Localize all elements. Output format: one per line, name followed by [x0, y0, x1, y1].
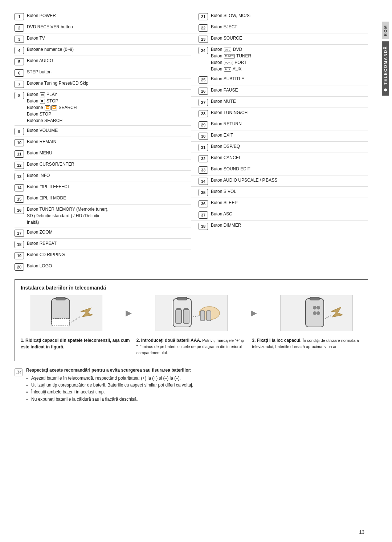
item-number: 9 [15, 128, 24, 135]
item-text: Buton DIMMER [211, 222, 365, 228]
item-text: Buton REMAIN [27, 138, 188, 145]
item-text: Buton SLOW, MO/ST [211, 12, 365, 19]
item-number: 38 [199, 223, 208, 230]
item-text: Buton SLEEP [211, 199, 365, 206]
list-item: 5Buton AUDIO [15, 56, 191, 67]
item-text: Buton AUDIO UPSCALE / P.BASS [211, 177, 365, 183]
item-number: 19 [15, 252, 24, 259]
note-content: Respectați aceste recomandări pentru a e… [26, 368, 368, 403]
right-column: 21Buton SLOW, MO/ST22Buton EJECT23Buton … [191, 11, 368, 272]
item-text: Buton SOUND EDIT [211, 166, 365, 172]
list-item: 35Buton S.VOL [191, 187, 368, 198]
list-item: 21Buton SLOW, MO/ST [191, 11, 368, 22]
arrow1: ► [124, 307, 134, 319]
list-item: 12Buton CURSOR/ENTER [15, 159, 191, 171]
battery-step1-text: 1. Ridicați capacul din spatele telecome… [21, 337, 131, 356]
note-list-item: Înlocuiți ambele baterii în același timp… [26, 389, 368, 396]
svg-rect-8 [176, 308, 181, 310]
list-item: 20Buton LOGO [15, 261, 191, 272]
item-text: Buton LOGO [27, 263, 188, 269]
item-number: 21 [199, 13, 208, 20]
list-item: 9Buton VOLUME [15, 126, 191, 137]
svg-rect-16 [310, 297, 319, 300]
item-number: 29 [199, 121, 208, 129]
item-text: Buton SOURCE [211, 35, 365, 41]
svg-rect-12 [200, 311, 205, 321]
svg-marker-21 [331, 307, 343, 317]
item-text: Buton ZOOM [27, 229, 188, 235]
item-number: 18 [15, 241, 24, 248]
svg-line-4 [72, 317, 80, 322]
side-tab: ROM TELECOMANDĂ [379, 0, 392, 542]
list-item: 31Buton DSP/EQ [191, 142, 368, 153]
item-text: Buton INFO [27, 172, 188, 179]
item-text: Buton ☐PL II EFFECT [27, 183, 188, 190]
svg-point-20 [317, 311, 320, 315]
item-text: Buton CD RIPPING [27, 251, 188, 258]
item-number: 15 [15, 195, 24, 203]
item-number: 5 [15, 58, 24, 65]
battery-step3-text: 3. Fixați i la loc capacul. În condiții … [252, 337, 362, 356]
item-number: 32 [199, 155, 208, 162]
item-number: 33 [199, 166, 208, 174]
svg-rect-2 [52, 319, 70, 326]
svg-rect-13 [207, 311, 211, 321]
item-number: 30 [199, 133, 208, 140]
item-number: 13 [15, 173, 24, 180]
battery-step3-image [280, 295, 353, 331]
side-rom-label: ROM [382, 22, 389, 39]
svg-rect-6 [177, 297, 187, 300]
list-item: 16Buton TUNER MEMORY (Memorie tuner),SD … [15, 205, 191, 227]
item-number: 10 [15, 139, 24, 146]
item-number: 11 [15, 150, 24, 158]
list-item: 14Buton ☐PL II EFFECT [15, 182, 191, 193]
list-item: 7Butoane Tuning Preset/CD Skip [15, 78, 191, 90]
item-number: 2 [15, 24, 24, 32]
svg-rect-10 [184, 308, 188, 310]
item-text: Buton ☐PL II MODE [27, 195, 188, 201]
note-list: Așezați bateriile în telecomandă, respec… [26, 375, 368, 403]
item-text: Buton PAUSE [211, 87, 365, 93]
list-item: 33Buton SOUND EDIT [191, 164, 368, 175]
svg-rect-1 [56, 297, 65, 300]
svg-rect-7 [176, 310, 181, 323]
item-number: 22 [199, 24, 208, 32]
list-item: 17Buton ZOOM [15, 227, 191, 239]
item-text: Buton S.VOL [211, 188, 365, 195]
item-text: Buton VOLUME [27, 127, 188, 134]
item-text: Buton TV [27, 35, 188, 41]
note-title: Respectați aceste recomandări pentru a e… [26, 368, 368, 373]
list-item: 15Buton ☐PL II MODE [15, 193, 191, 205]
item-text: Buton CURSOR/ENTER [27, 161, 188, 167]
left-column: 1Buton POWER2DVD RECEIVER button3Buton T… [15, 11, 191, 272]
item-text: Buton EJECT [211, 24, 365, 30]
buttons-grid: 1Buton POWER2DVD RECEIVER button3Buton T… [15, 11, 368, 272]
svg-rect-9 [183, 310, 189, 323]
item-text: STEP button [27, 69, 188, 75]
list-item: 27Buton MUTE [191, 97, 368, 108]
note-list-item: Utilizați un tip corespunzător de bateri… [26, 382, 368, 389]
item-text: Buton CANCEL [211, 154, 365, 161]
item-number: 14 [15, 184, 24, 191]
item-number: 23 [199, 36, 208, 43]
item-number: 34 [199, 178, 208, 185]
list-item: 3Buton TV [15, 33, 191, 45]
item-text: Buton ⏯ PLAYButon ⏹ STOPButoane ⏪⏩ SEARC… [27, 91, 188, 124]
item-number: 7 [15, 81, 24, 88]
item-text: Buton DVD DVDButon TUNER TUNERButon PORT… [211, 46, 365, 72]
item-number: 6 [15, 69, 24, 77]
battery-title: Instalarea bateriilor în telecomandă [21, 285, 362, 291]
list-item: 37Buton ASC [191, 209, 368, 221]
note-section: ℳ Respectați aceste recomandări pentru a… [15, 368, 368, 403]
item-text: Buton POWER [27, 12, 188, 19]
item-text: Buton SUBTITLE [211, 76, 365, 82]
list-item: 6STEP button [15, 67, 191, 78]
side-telecomanda-label: TELECOMANDĂ [382, 41, 389, 96]
list-item: 8Buton ⏯ PLAYButon ⏹ STOPButoane ⏪⏩ SEAR… [15, 90, 191, 126]
item-number: 25 [199, 76, 208, 84]
item-text: Buton MENU [27, 150, 188, 156]
side-dot [384, 88, 387, 91]
item-text: Buton REPEAT [27, 240, 188, 247]
list-item: 28Buton TUNING/CH [191, 108, 368, 119]
item-number: 36 [199, 200, 208, 207]
